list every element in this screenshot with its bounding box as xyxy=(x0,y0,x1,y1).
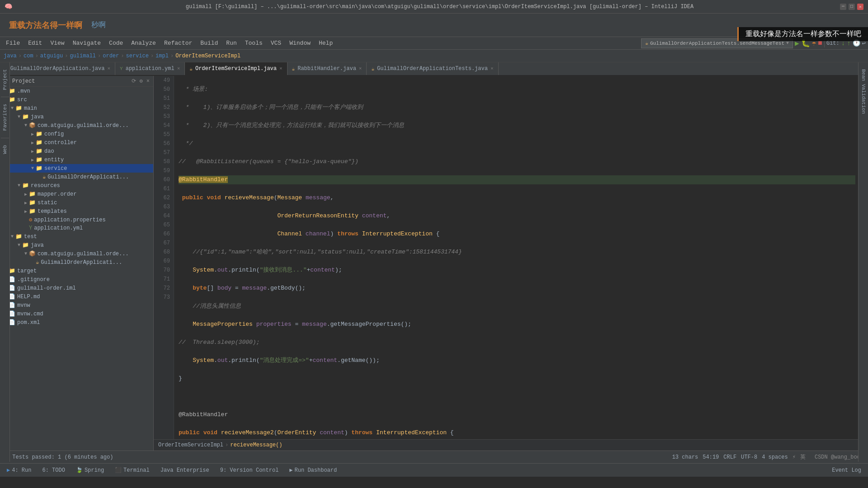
menu-run[interactable]: Run xyxy=(222,39,240,47)
code-line-67: @RabbitHandler xyxy=(179,410,855,419)
menu-analyze[interactable]: Analyze xyxy=(127,39,160,47)
tab-rabbit-handler[interactable]: ☕ RabbitHandler.java × xyxy=(288,62,367,75)
tree-item-resources[interactable]: ▼ 📁 resources xyxy=(0,181,153,190)
bottom-tab-run-dashboard[interactable]: ▶ Run Dashboard xyxy=(285,466,341,474)
run-dashboard-icon: ▶ xyxy=(289,467,292,474)
nav-com[interactable]: com xyxy=(24,53,33,59)
tab-gulimall-order-application-tests[interactable]: ☕ GulimallOrderApplicationTests.java × xyxy=(367,62,498,75)
menu-view[interactable]: View xyxy=(47,39,68,47)
tab-order-item-service-impl[interactable]: ☕ OrderItemServiceImpl.java × xyxy=(185,62,287,75)
tree-item-mvnw[interactable]: ▶ 📄 mvnw xyxy=(0,301,153,310)
bottom-tab-spring[interactable]: 🍃 Spring xyxy=(71,466,108,474)
tree-item-mapper-order[interactable]: ▶ 📁 mapper.order xyxy=(0,190,153,198)
tree-item-test-class[interactable]: ▶ ☕ GulimallOrderApplicati... xyxy=(0,258,153,267)
tree-item-templates[interactable]: ▶ 📁 templates xyxy=(0,207,153,216)
close-sidebar-icon[interactable]: × xyxy=(146,78,150,84)
menu-tools[interactable]: Tools xyxy=(241,39,266,47)
breadcrumb-class: OrderItemServiceImpl xyxy=(158,442,223,448)
bottom-tab-event-log[interactable]: Event Log xyxy=(827,466,866,474)
run-tab-icon: ▶ xyxy=(7,467,10,474)
nav-service[interactable]: service xyxy=(126,53,148,59)
tree-item-iml[interactable]: ▶ 📄 gulimall-order.iml xyxy=(0,284,153,292)
chars-count: 13 chars xyxy=(672,454,698,460)
code-area[interactable]: 49 50 51 52 53 54 55 56 57 58 59 60 61 6… xyxy=(154,76,860,439)
close-button[interactable]: ✕ xyxy=(857,4,863,10)
tree-item-help[interactable]: ▶ 📄 HELP.md xyxy=(0,292,153,301)
tree-item-test-java[interactable]: ▼ 📁 java xyxy=(0,241,153,249)
tree-item-config[interactable]: ▶ 📁 config xyxy=(0,130,153,138)
tree-item-com-atguigu[interactable]: ▼ 📦 com.atguigu.gulimall.orde... xyxy=(0,121,153,130)
tree-item-mvnwcmd[interactable]: ▶ 📄 mvnw.cmd xyxy=(0,310,153,318)
tree-item-test[interactable]: ▼ 📁 test xyxy=(0,232,153,241)
nav-order[interactable]: order xyxy=(103,53,119,59)
tab-close-btn[interactable]: × xyxy=(177,66,180,71)
tree-item-main[interactable]: ▼ 📁 main xyxy=(0,104,153,113)
menu-navigate[interactable]: Navigate xyxy=(69,39,104,47)
code-line-58: //{"id":1,"name":"哈哈","sort":null,"statu… xyxy=(179,248,855,257)
minimize-button[interactable]: ─ xyxy=(840,4,846,10)
tree-item-dao[interactable]: ▶ 📁 dao xyxy=(0,147,153,155)
nav-impl[interactable]: impl xyxy=(156,53,169,59)
menu-refactor[interactable]: Refactor xyxy=(160,39,196,47)
tree-item-java[interactable]: ▼ 📁 java xyxy=(0,113,153,121)
menu-vcs[interactable]: VCS xyxy=(267,39,285,47)
sync-icon[interactable]: ⟳ xyxy=(132,78,136,84)
tab-close-btn[interactable]: × xyxy=(359,66,362,71)
nav-gulimall[interactable]: gulimall xyxy=(70,53,96,59)
panel-favorites[interactable]: Favorites xyxy=(2,102,8,133)
tab-close-btn[interactable]: × xyxy=(279,66,283,71)
tab-application-yml[interactable]: Y application.yml × xyxy=(115,62,185,75)
menu-file[interactable]: File xyxy=(2,39,24,47)
tree-item-pom[interactable]: ▶ 📄 pom.xml xyxy=(0,318,153,327)
tree-item-app-properties[interactable]: ▶ ⚙ application.properties xyxy=(0,216,153,224)
settings-icon[interactable]: ⚙ xyxy=(140,78,143,84)
line-num-65: 65 xyxy=(154,221,170,230)
tree-item-entity[interactable]: ▶ 📁 entity xyxy=(0,155,153,164)
tree-item-controller[interactable]: ▶ 📁 controller xyxy=(0,138,153,147)
bottom-tab-todo[interactable]: 6: TODO xyxy=(38,466,69,474)
nav-atguigu[interactable]: atguigu xyxy=(40,53,63,59)
line-num-54: 54 xyxy=(154,121,170,130)
code-line-60: byte[] body = message.getBody(); xyxy=(179,284,855,293)
menu-edit[interactable]: Edit xyxy=(24,39,46,47)
line-num-49: 49 xyxy=(154,76,170,85)
tab-label: RabbitHandler.java xyxy=(297,66,356,72)
tree-item-static[interactable]: ▶ 📁 static xyxy=(0,198,153,207)
code-line-54: @RabbitHandler xyxy=(179,175,855,184)
tree-item-target[interactable]: ▶ 📁 target xyxy=(0,267,153,275)
line-separator: CRLF xyxy=(723,454,736,460)
menu-build[interactable]: Build xyxy=(197,39,222,47)
tree-item-service[interactable]: ▼ 📁 service xyxy=(0,164,153,173)
code-line-64: System.out.println("消息处理完成=>"+content.ge… xyxy=(179,356,855,365)
bottom-tab-run[interactable]: ▶ 4: Run xyxy=(2,466,36,474)
line-num-61: 61 xyxy=(154,184,170,193)
code-line-49: * 场景: xyxy=(179,85,855,94)
nav-java[interactable]: java xyxy=(4,53,17,59)
code-line-50: * 1)、订单服务启动多个；同一个消息，只能有一个客户端收到 xyxy=(179,103,855,112)
tree-item-src[interactable]: ▼ 📁 src xyxy=(0,95,153,104)
encoding: UTF-8 xyxy=(741,454,757,460)
line-num-51: 51 xyxy=(154,94,170,103)
tree-item-gitignore[interactable]: ▶ 📄 .gitignore xyxy=(0,275,153,284)
tab-gulimall-order-application[interactable]: ☕ GulimallOrderApplication.java × xyxy=(0,62,115,75)
bottom-tab-terminal[interactable]: ⬛ Terminal xyxy=(110,466,154,474)
panel-project[interactable]: Project xyxy=(2,67,8,92)
panel-bean-validation[interactable]: Bean Validation xyxy=(861,67,866,116)
menu-window[interactable]: Window xyxy=(286,39,314,47)
bottom-tab-version-control[interactable]: 9: Version Control xyxy=(216,466,283,474)
bottom-toolbar: ▶ 4: Run 6: TODO 🍃 Spring ⬛ Terminal Jav… xyxy=(0,463,868,477)
tab-close-btn[interactable]: × xyxy=(491,66,494,71)
tree-item-mvn[interactable]: ▶ 📁 .mvn xyxy=(0,87,153,95)
panel-web[interactable]: Web xyxy=(2,143,8,156)
tree-item-test-com[interactable]: ▼ 📦 com.atguigu.gulimall.orde... xyxy=(0,249,153,258)
code-line-53: // @RabbitListener(queues = {"hello-java… xyxy=(179,157,855,166)
bottom-tab-java-enterprise[interactable]: Java Enterprise xyxy=(156,466,214,474)
tab-close-btn[interactable]: × xyxy=(107,66,110,71)
top-right-annotation: 重载好像是方法名一样参数不一样吧 xyxy=(737,27,868,41)
tree-item-gulimall-application[interactable]: ▶ ☕ GulimallOrderApplicati... xyxy=(0,173,153,181)
menu-code[interactable]: Code xyxy=(105,39,127,47)
maximize-button[interactable]: □ xyxy=(849,4,855,10)
tree-item-app-yml[interactable]: ▶ Y application.yml xyxy=(0,224,153,232)
tab-label: GulimallOrderApplication.java xyxy=(10,66,105,72)
menu-help[interactable]: Help xyxy=(315,39,336,47)
